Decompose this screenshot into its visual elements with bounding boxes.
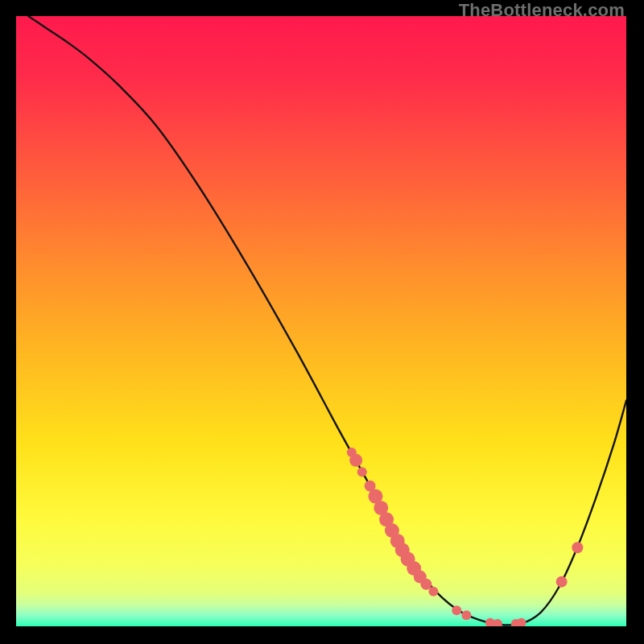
curve-markers [347,448,583,626]
curve-marker [428,587,438,597]
curve-marker [357,467,367,477]
curve-marker [556,576,568,588]
bottleneck-curve [28,16,626,625]
curve-marker [452,605,461,615]
curve-marker [517,618,526,626]
curve-marker [461,610,471,620]
curve-marker [572,542,583,553]
curve-marker [349,454,362,467]
watermark-text: TheBottleneck.com [459,0,625,21]
chart-plot [16,16,626,626]
curve-marker [493,619,502,626]
